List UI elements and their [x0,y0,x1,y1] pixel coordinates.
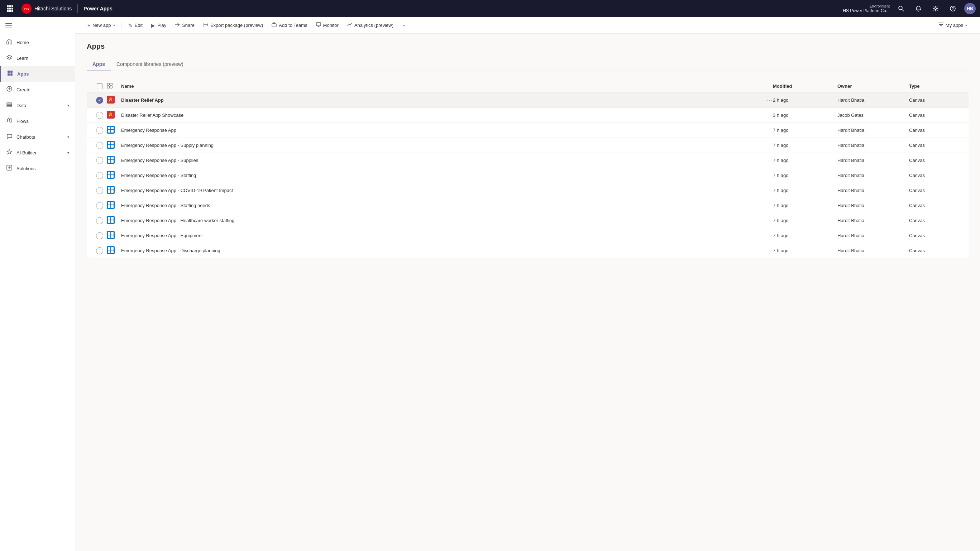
svg-rect-8 [11,10,13,12]
svg-rect-38 [107,83,109,85]
edit-button[interactable]: ✎ Edit [125,21,146,30]
analytics-icon [347,22,352,28]
app-name-text: Emergency Response App - Staffing [121,173,764,178]
app-icon [107,231,121,240]
row-checkbox[interactable] [92,217,107,224]
environment-selector[interactable]: Environment HS Power Platform Co... [843,4,890,13]
app-icon [107,156,121,165]
app-modified: 7 h ago [773,203,837,208]
svg-rect-70 [111,190,114,193]
row-checkbox[interactable] [92,142,107,149]
header-icon-cell [107,83,121,90]
sidebar-item-home[interactable]: Home [0,34,75,50]
sidebar-item-data[interactable]: Data ▾ [0,97,75,113]
svg-rect-74 [108,205,110,208]
app-modified: 2 h ago [773,97,837,103]
check-empty-icon [96,247,103,254]
play-button[interactable]: ▶ Play [148,21,170,30]
sidebar-item-ai-builder[interactable]: AI Builder ▾ [0,145,75,160]
topbar-divider [77,4,78,13]
svg-line-12 [902,9,904,11]
waffle-icon[interactable] [4,3,16,14]
export-icon [203,22,208,28]
app-name-cell: Emergency Response App - Equipment ··· [121,233,773,238]
table-row[interactable]: ✓ Disaster Relief App ··· 2 h ago Hardit… [87,93,969,108]
header-type: Type [909,84,963,89]
more-options-button[interactable]: ··· [398,21,408,30]
app-name-text: Emergency Response App [121,127,764,133]
share-icon [175,22,180,28]
sidebar-item-data-label: Data [16,103,26,108]
add-to-teams-button[interactable]: Add to Teams [268,20,311,30]
svg-rect-68 [111,187,114,189]
table-row[interactable]: Emergency Response App - Staffing needs … [87,198,969,213]
ai-builder-chevron-icon: ▾ [67,151,69,155]
table-row[interactable]: Emergency Response App - Staffing ··· 7 … [87,168,969,183]
app-name-cell: Emergency Response App - Discharge plann… [121,248,773,254]
row-checkbox[interactable] [92,232,107,239]
new-app-button[interactable]: + New app ▾ [84,21,119,30]
row-checkbox[interactable] [92,112,107,119]
table-header: Name Modified Owner Type [87,80,969,93]
row-checkbox[interactable] [92,187,107,194]
svg-rect-49 [108,130,110,133]
app-name-text: Emergency Response App - Discharge plann… [121,248,764,253]
sidebar-toggle[interactable] [0,17,17,34]
table-row[interactable]: Emergency Response App - Healthcare work… [87,213,969,228]
table-row[interactable]: Emergency Response App - Supply planning… [87,138,969,153]
app-modified: 7 h ago [773,233,837,238]
sidebar-item-solutions[interactable]: Solutions [0,160,75,176]
check-empty-icon [96,127,103,134]
export-button[interactable]: Export package (preview) [200,20,267,30]
row-checkbox[interactable]: ✓ [92,97,107,104]
table-row[interactable]: Emergency Response App - Equipment ··· 7… [87,228,969,243]
svg-rect-65 [111,175,114,178]
row-checkbox[interactable] [92,127,107,134]
notifications-icon[interactable] [913,3,924,14]
table-row[interactable]: Emergency Response App - Discharge plann… [87,243,969,258]
app-name-text: Disaster Relief App [121,97,764,103]
app-name-cell: Emergency Response App - Supplies ··· [121,158,773,164]
app-icon [107,171,121,180]
table-row[interactable]: Emergency Response App - COVID-19 Patien… [87,183,969,198]
table-row[interactable]: Disaster Relief App Showcase ··· 3 h ago… [87,108,969,123]
new-app-plus-icon: + [88,22,90,28]
sidebar-item-create[interactable]: Create [0,82,75,97]
table-row[interactable]: Emergency Response App - Supplies ··· 7 … [87,153,969,168]
svg-rect-27 [7,104,12,105]
app-icon [107,111,121,120]
table-row[interactable]: Emergency Response App ··· 7 h ago Hardi… [87,123,969,138]
sidebar-item-apps[interactable]: Apps [0,66,75,82]
help-icon[interactable]: ? [947,3,958,14]
svg-rect-82 [108,232,110,235]
svg-rect-7 [9,10,11,12]
my-apps-button[interactable]: My apps ▾ [934,21,971,30]
header-checkbox[interactable] [97,84,102,89]
row-checkbox[interactable] [92,172,107,179]
svg-rect-88 [111,247,114,250]
analytics-button[interactable]: Analytics (preview) [344,20,397,30]
svg-rect-20 [10,71,13,73]
check-selected-icon: ✓ [96,97,103,104]
apps-icon [6,70,14,78]
toolbar: + New app ▾ ✎ Edit ▶ Play Share [75,17,980,34]
share-button[interactable]: Share [171,20,198,30]
sidebar-item-chatbots[interactable]: Chatbots ▾ [0,129,75,145]
sidebar-item-flows[interactable]: Flows [0,113,75,129]
sidebar-item-learn[interactable]: Learn [0,50,75,66]
monitor-icon [316,22,321,28]
row-checkbox[interactable] [92,202,107,209]
tab-apps[interactable]: Apps [87,58,111,71]
share-label: Share [182,22,194,28]
edit-label: Edit [135,22,143,28]
row-checkbox[interactable] [92,247,107,254]
row-context-menu[interactable]: ··· [767,97,773,103]
svg-rect-4 [9,8,11,10]
monitor-button[interactable]: Monitor [312,20,342,30]
tab-component-libraries[interactable]: Component libraries (preview) [111,58,189,71]
user-avatar[interactable]: HB [964,3,976,14]
search-environments-icon[interactable] [896,3,907,14]
row-checkbox[interactable] [92,157,107,164]
settings-icon[interactable] [930,3,941,14]
learn-icon [6,54,13,62]
